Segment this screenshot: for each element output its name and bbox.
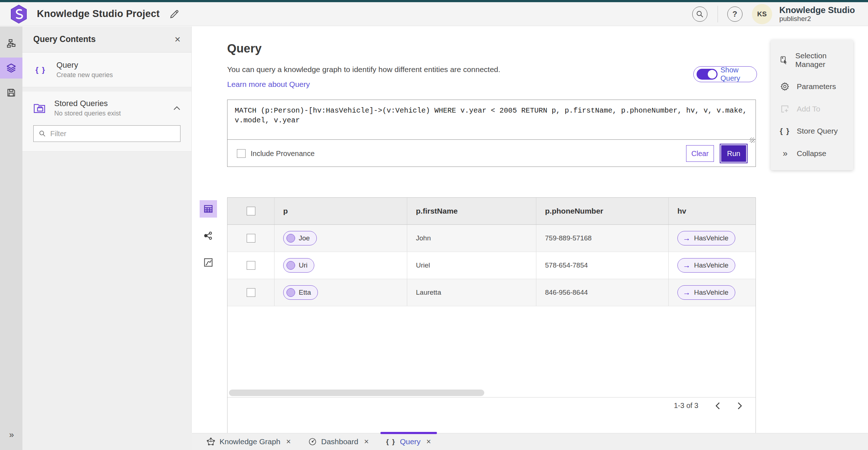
clear-button[interactable]: Clear bbox=[686, 145, 714, 162]
bottom-panel-fill bbox=[22, 433, 192, 450]
left-icon-rail: » bbox=[0, 26, 22, 450]
edit-title-icon[interactable] bbox=[169, 9, 180, 20]
select-all-checkbox[interactable] bbox=[247, 207, 255, 215]
column-header-hv[interactable]: hv bbox=[669, 198, 756, 224]
menu-item-collapse[interactable]: » Collapse bbox=[771, 142, 853, 165]
include-provenance-label: Include Provenance bbox=[251, 150, 315, 158]
sidebar-item-stored-queries[interactable]: Stored Queries No stored queries exist bbox=[22, 92, 191, 120]
table-row[interactable]: Etta Lauretta 846-956-8644 →HasVehicle bbox=[227, 279, 756, 306]
include-provenance-checkbox[interactable]: Include Provenance bbox=[237, 149, 315, 158]
edge-arrow-icon: → bbox=[683, 288, 690, 297]
filter-search-icon bbox=[39, 130, 46, 137]
node-dot-icon bbox=[286, 261, 295, 270]
cell-phonenumber: 759-889-57168 bbox=[536, 225, 669, 252]
tab-label: Dashboard bbox=[321, 437, 358, 446]
show-query-toggle[interactable]: Show Query bbox=[693, 66, 757, 82]
menu-item-selection-manager[interactable]: Selection Manager bbox=[771, 45, 853, 75]
app-logo-icon[interactable] bbox=[9, 5, 28, 24]
node-pill[interactable]: Uri bbox=[283, 258, 314, 273]
node-label: Joe bbox=[299, 234, 310, 242]
cell-firstname: John bbox=[407, 225, 536, 252]
edge-pill[interactable]: →HasVehicle bbox=[677, 258, 735, 273]
topbar-divider bbox=[718, 6, 718, 22]
query-actions-menu: Selection Manager Parameters Add To { } … bbox=[771, 40, 853, 170]
tab-knowledge-graph[interactable]: Knowledge Graph × bbox=[198, 433, 299, 450]
tab-query[interactable]: { } Query × bbox=[378, 433, 440, 450]
node-pill[interactable]: Etta bbox=[283, 285, 318, 300]
selection-manager-icon bbox=[779, 55, 789, 65]
query-description: You can query a knowledge graph to ident… bbox=[227, 65, 500, 74]
edge-label: HasVehicle bbox=[694, 261, 728, 269]
previous-page-icon[interactable] bbox=[714, 402, 721, 410]
menu-item-parameters[interactable]: Parameters bbox=[771, 75, 853, 98]
toggle-knob bbox=[708, 70, 716, 79]
chart-view-icon[interactable] bbox=[200, 254, 217, 271]
filter-input[interactable] bbox=[50, 130, 175, 138]
horizontal-scrollbar[interactable] bbox=[229, 390, 754, 397]
query-editor[interactable]: MATCH (p:Person)-[hv:HasVehicle]->(v:Veh… bbox=[227, 100, 756, 140]
node-pill[interactable]: Joe bbox=[283, 231, 317, 245]
table-row[interactable]: Joe John 759-889-57168 →HasVehicle bbox=[227, 225, 756, 252]
row-checkbox[interactable] bbox=[247, 288, 255, 297]
braces-icon: { } bbox=[33, 66, 48, 74]
topbar-actions: ? KS Knowledge Studio publisher2 bbox=[692, 2, 868, 26]
user-avatar[interactable]: KS bbox=[752, 4, 772, 24]
store-query-braces-icon: { } bbox=[779, 127, 790, 135]
panel-gap bbox=[22, 87, 191, 92]
gear-icon bbox=[779, 82, 790, 91]
tab-label: Query bbox=[400, 437, 421, 446]
sidebar-item-query[interactable]: { } Query Create new queries bbox=[22, 52, 191, 87]
column-header-firstname[interactable]: p.firstName bbox=[407, 198, 536, 224]
query-item-label: Query bbox=[56, 60, 113, 70]
top-bar: Knowledge Studio Project ? KS Knowledge … bbox=[0, 2, 868, 26]
edge-label: HasVehicle bbox=[694, 234, 728, 242]
table-view-icon[interactable] bbox=[200, 200, 217, 218]
menu-label: Selection Manager bbox=[795, 51, 844, 69]
query-editor-container: MATCH (p:Person)-[hv:HasVehicle]->(v:Veh… bbox=[227, 100, 756, 167]
node-dot-icon bbox=[286, 288, 295, 297]
scrollbar-thumb[interactable] bbox=[229, 390, 484, 396]
show-query-label: Show Query bbox=[720, 66, 751, 83]
help-icon[interactable]: ? bbox=[727, 7, 743, 22]
tab-label: Knowledge Graph bbox=[220, 437, 280, 446]
rail-hierarchy-icon[interactable] bbox=[0, 33, 22, 54]
column-header-phonenumber[interactable]: p.phoneNumber bbox=[536, 198, 669, 224]
search-icon[interactable] bbox=[692, 7, 707, 22]
edge-arrow-icon: → bbox=[683, 234, 690, 243]
cell-firstname: Lauretta bbox=[407, 279, 536, 306]
table-row[interactable]: Uri Uriel 578-654-7854 →HasVehicle bbox=[227, 252, 756, 279]
column-header-p[interactable]: p bbox=[275, 198, 407, 224]
filter-field[interactable] bbox=[33, 125, 180, 142]
checkbox-box[interactable] bbox=[237, 149, 246, 158]
collapse-chevron-icon[interactable] bbox=[173, 106, 180, 110]
rail-expand-icon[interactable]: » bbox=[0, 430, 22, 440]
row-checkbox[interactable] bbox=[247, 261, 255, 270]
close-tab-icon[interactable]: × bbox=[364, 437, 369, 446]
graph-view-icon[interactable] bbox=[200, 227, 217, 244]
learn-more-link[interactable]: Learn more about Query bbox=[227, 80, 310, 89]
run-button[interactable]: Run bbox=[721, 145, 746, 162]
close-tab-icon[interactable]: × bbox=[286, 437, 291, 446]
menu-item-store-query[interactable]: { } Store Query bbox=[771, 120, 853, 142]
main-content: Query You can query a knowledge graph to… bbox=[192, 26, 868, 433]
table-header-row: p p.firstName p.phoneNumber hv bbox=[227, 198, 756, 225]
rail-expand-glyph: » bbox=[9, 430, 13, 440]
row-checkbox[interactable] bbox=[247, 234, 255, 243]
user-username: publisher2 bbox=[779, 15, 855, 23]
edge-pill[interactable]: →HasVehicle bbox=[677, 285, 735, 300]
edge-pill[interactable]: →HasVehicle bbox=[677, 231, 735, 245]
rail-layers-icon[interactable] bbox=[0, 58, 22, 79]
tab-dashboard[interactable]: Dashboard × bbox=[299, 433, 378, 450]
next-page-icon[interactable] bbox=[737, 402, 743, 410]
knowledge-studio-app: Knowledge Studio Project ? KS Knowledge … bbox=[0, 0, 868, 450]
query-toolbar: Include Provenance Clear Run bbox=[227, 140, 756, 167]
collapse-double-chevron-icon: » bbox=[779, 148, 790, 159]
page-title: Query bbox=[227, 42, 261, 55]
toggle-switch[interactable] bbox=[697, 69, 718, 80]
panel-close-icon[interactable]: × bbox=[175, 34, 180, 45]
close-tab-icon[interactable]: × bbox=[426, 437, 431, 446]
rail-save-icon[interactable] bbox=[0, 82, 22, 103]
panel-header: Query Contents × bbox=[22, 26, 191, 52]
node-dot-icon bbox=[286, 234, 295, 243]
user-info: Knowledge Studio publisher2 bbox=[779, 5, 855, 23]
